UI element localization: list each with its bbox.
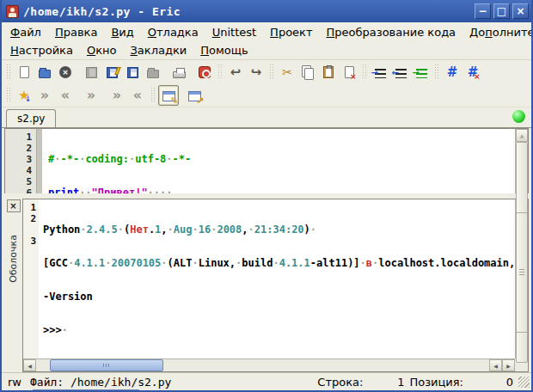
close-file-button[interactable]: × bbox=[55, 62, 76, 83]
window-resize-grip[interactable] bbox=[518, 377, 530, 388]
token: · bbox=[193, 224, 199, 236]
shell-hscroll-thumb[interactable] bbox=[50, 359, 163, 371]
goto-syntax-error-icon: » bbox=[87, 89, 95, 102]
token: 16 bbox=[199, 224, 211, 236]
toolbar-grip[interactable] bbox=[7, 88, 10, 103]
redo-button[interactable]: ↪ bbox=[246, 62, 266, 83]
scroll-left-icon[interactable]: ◀ bbox=[23, 359, 36, 371]
delete-button[interactable]: × bbox=[339, 62, 359, 83]
tab-s2py[interactable]: s2.py bbox=[6, 109, 56, 127]
maximize-button[interactable]: □ bbox=[493, 3, 510, 19]
save-all-icon bbox=[126, 65, 140, 80]
line-number: 1 bbox=[5, 132, 32, 143]
token: · bbox=[105, 257, 111, 269]
shell-line: Python·2.4.5·(Нет.1,·Aug·16·2008,·21:34:… bbox=[43, 224, 515, 236]
cut-icon: ✂ bbox=[282, 66, 292, 78]
quit-button[interactable] bbox=[194, 62, 215, 83]
line-number bbox=[23, 224, 36, 236]
scroll-right-icon[interactable]: ▶ bbox=[502, 359, 515, 371]
toolbar-grip[interactable] bbox=[218, 64, 222, 80]
menu-project[interactable]: Проект bbox=[263, 24, 319, 40]
writable-indicator: rw bbox=[8, 376, 21, 389]
line-number: 2 bbox=[23, 213, 36, 224]
menu-extras[interactable]: Дополнительно bbox=[463, 24, 533, 40]
menu-file[interactable]: Файл bbox=[3, 24, 48, 40]
indent-button[interactable]: → bbox=[370, 62, 390, 83]
toggle-bookmark-icon: ★↓ bbox=[17, 89, 32, 103]
menu-debug[interactable]: Отладка bbox=[141, 24, 205, 40]
minimize-button[interactable]: − bbox=[475, 3, 491, 19]
save-as-button[interactable] bbox=[101, 62, 122, 83]
token: coding: bbox=[85, 153, 129, 165]
paste-button[interactable] bbox=[318, 62, 339, 83]
debug-profile-button[interactable]: ↗ bbox=[184, 85, 205, 106]
shell-horizontal-scrollbar[interactable]: ◀ ◀ ▶ bbox=[23, 358, 515, 371]
menu-edit[interactable]: Правка bbox=[48, 24, 104, 40]
redo-icon: ↪ bbox=[251, 66, 262, 79]
previous-warning-button[interactable]: « bbox=[127, 85, 148, 106]
undo-button[interactable]: ↩ bbox=[225, 62, 246, 83]
smart-indent-button[interactable]: → bbox=[411, 62, 432, 83]
edit-profile-icon: ✎ bbox=[162, 89, 176, 103]
menu-help[interactable]: Помощь bbox=[193, 42, 254, 58]
comment-button[interactable]: # bbox=[442, 62, 463, 83]
menu-view[interactable]: Вид bbox=[104, 24, 140, 40]
scroll-up-icon[interactable]: ▲ bbox=[516, 129, 528, 142]
token: 4.1.1 bbox=[279, 257, 310, 269]
token: · bbox=[192, 257, 198, 269]
menu-refactoring[interactable]: Преобразование кода bbox=[320, 24, 463, 40]
toolbar-grip[interactable] bbox=[363, 64, 366, 80]
toolbar-grip[interactable] bbox=[435, 64, 438, 80]
toolbar-grip[interactable] bbox=[151, 88, 155, 103]
next-warning-button[interactable]: » bbox=[107, 85, 127, 106]
save-as-icon bbox=[105, 65, 119, 80]
line-number: 3 bbox=[23, 236, 36, 247]
save-button[interactable] bbox=[81, 62, 101, 83]
maximize-icon: □ bbox=[497, 6, 506, 16]
goto-syntax-error-button[interactable]: » bbox=[81, 85, 101, 106]
token: Aug bbox=[174, 224, 193, 236]
token: ) bbox=[304, 224, 310, 236]
shell-output[interactable]: Python·2.4.5·(Нет.1,·Aug·16·2008,·21:34:… bbox=[39, 199, 515, 358]
save-project-button[interactable] bbox=[143, 62, 163, 83]
indent-icon: → bbox=[373, 65, 388, 80]
print-button[interactable] bbox=[168, 62, 189, 83]
save-all-button[interactable] bbox=[122, 62, 143, 83]
new-file-icon bbox=[17, 65, 32, 80]
token: в bbox=[366, 257, 372, 269]
line-number: 4 bbox=[5, 165, 32, 176]
cut-button[interactable]: ✂ bbox=[277, 62, 297, 83]
token: -alt11 bbox=[310, 257, 347, 269]
menu-bookmarks[interactable]: Закладки bbox=[124, 42, 194, 58]
uncomment-button[interactable]: #× bbox=[463, 62, 483, 83]
toolbar-grip[interactable] bbox=[270, 64, 273, 80]
scroll-left-icon[interactable]: ◀ bbox=[489, 359, 502, 371]
token: 21:34:20 bbox=[254, 224, 304, 236]
toggle-bookmark-button[interactable]: ★↓ bbox=[14, 85, 34, 106]
new-file-button[interactable] bbox=[14, 62, 34, 83]
close-button[interactable]: × bbox=[512, 3, 529, 19]
shell-close-button[interactable]: × bbox=[7, 199, 21, 212]
shell-text-area[interactable]: 1 2 3 Python·2.4.5·(Нет.1,·Aug·16·2008,·… bbox=[23, 199, 515, 358]
statusbar: rw Файл: /home/ikh/s2.py Строка: 1 Позиц… bbox=[2, 372, 531, 390]
token: -*- bbox=[173, 153, 192, 165]
copy-button[interactable] bbox=[297, 62, 318, 83]
menu-window[interactable]: Окно bbox=[80, 42, 124, 58]
token: localhost.localdomain, bbox=[378, 257, 515, 269]
token: · bbox=[80, 224, 86, 236]
menu-unittest[interactable]: Unittest bbox=[205, 24, 263, 40]
menu-settings[interactable]: Настройка bbox=[3, 42, 80, 58]
shell-tabstrip: × Оболочка bbox=[4, 199, 22, 372]
shell-tab-label[interactable]: Оболочка bbox=[8, 235, 19, 283]
shell-line: [GCC·4.1.1·20070105·(ALT·Linux,·build·4.… bbox=[43, 258, 515, 269]
shell-vscroll-thumb[interactable] bbox=[516, 212, 528, 333]
open-file-button[interactable] bbox=[34, 62, 55, 83]
printer-icon bbox=[172, 65, 187, 80]
edit-profile-button[interactable]: ✎ bbox=[158, 85, 179, 106]
token: · bbox=[273, 257, 279, 269]
unindent-button[interactable]: ← bbox=[390, 62, 411, 83]
next-bookmark-button[interactable]: » bbox=[34, 85, 55, 106]
toolbar-grip[interactable] bbox=[7, 64, 10, 80]
delete-icon: × bbox=[342, 65, 357, 80]
previous-bookmark-button[interactable]: « bbox=[55, 85, 76, 106]
